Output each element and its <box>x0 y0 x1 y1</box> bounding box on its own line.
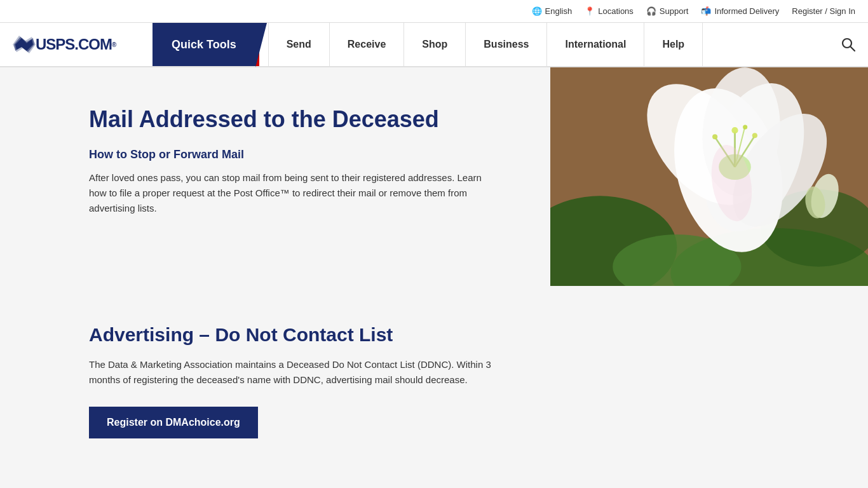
svg-point-21 <box>712 134 717 139</box>
main-nav: USPS.COM ® Quick Tools Send Receive Shop… <box>0 23 868 67</box>
nav-shop[interactable]: Shop <box>404 23 466 66</box>
svg-point-23 <box>743 125 747 130</box>
hero-subtitle: How to Stop or Forward Mail <box>89 148 512 161</box>
english-link[interactable]: 🌐 English <box>532 6 573 16</box>
nav-receive[interactable]: Receive <box>330 23 405 66</box>
informed-delivery-link[interactable]: 📬 Informed Delivery <box>701 6 779 16</box>
search-button[interactable] <box>829 23 868 66</box>
logo-area: USPS.COM ® <box>0 23 146 66</box>
shared-address-section: If You Shared an Address <box>0 477 868 488</box>
nav-international[interactable]: International <box>547 23 644 66</box>
register-link[interactable]: Register / Sign In <box>792 6 855 16</box>
locations-link[interactable]: 📍 Locations <box>585 6 634 16</box>
search-icon <box>841 37 855 51</box>
support-icon: 🎧 <box>646 6 656 16</box>
locations-label: Locations <box>598 6 634 16</box>
hero-body: After loved ones pass, you can stop mail… <box>89 170 496 216</box>
usps-eagle-icon <box>13 36 36 53</box>
globe-icon: 🌐 <box>532 6 542 16</box>
nav-send[interactable]: Send <box>268 23 330 66</box>
utility-bar: 🌐 English 📍 Locations 🎧 Support 📬 Inform… <box>0 0 868 23</box>
support-label: Support <box>660 6 689 16</box>
nav-items: Send Receive Shop Business International… <box>268 23 829 66</box>
svg-point-20 <box>731 127 738 133</box>
advertising-section: Advertising – Do Not Contact List The Da… <box>0 286 868 477</box>
advertising-body: The Data & Marketing Association maintai… <box>89 357 508 388</box>
hero-image <box>550 67 868 286</box>
dmachoice-button[interactable]: Register on DMAchoice.org <box>89 407 258 438</box>
quick-tools-label: Quick Tools <box>172 38 236 51</box>
english-label: English <box>545 6 573 16</box>
support-link[interactable]: 🎧 Support <box>646 6 689 16</box>
hero-content: Mail Addressed to the Deceased How to St… <box>0 67 550 286</box>
hero-title: Mail Addressed to the Deceased <box>89 105 512 133</box>
advertising-title: Advertising – Do Not Contact List <box>89 324 779 346</box>
flower-svg <box>550 67 868 286</box>
svg-line-4 <box>851 47 855 51</box>
informed-delivery-label: Informed Delivery <box>714 6 779 16</box>
svg-point-22 <box>752 133 757 138</box>
location-icon: 📍 <box>585 6 595 16</box>
quick-tools-button[interactable]: Quick Tools <box>153 23 255 66</box>
hero-section: Mail Addressed to the Deceased How to St… <box>0 67 868 286</box>
nav-help[interactable]: Help <box>644 23 703 66</box>
nav-business[interactable]: Business <box>466 23 547 66</box>
usps-logo-text: USPS.COM <box>36 36 112 53</box>
register-label: Register / Sign In <box>792 6 855 16</box>
informed-delivery-icon: 📬 <box>701 6 711 16</box>
